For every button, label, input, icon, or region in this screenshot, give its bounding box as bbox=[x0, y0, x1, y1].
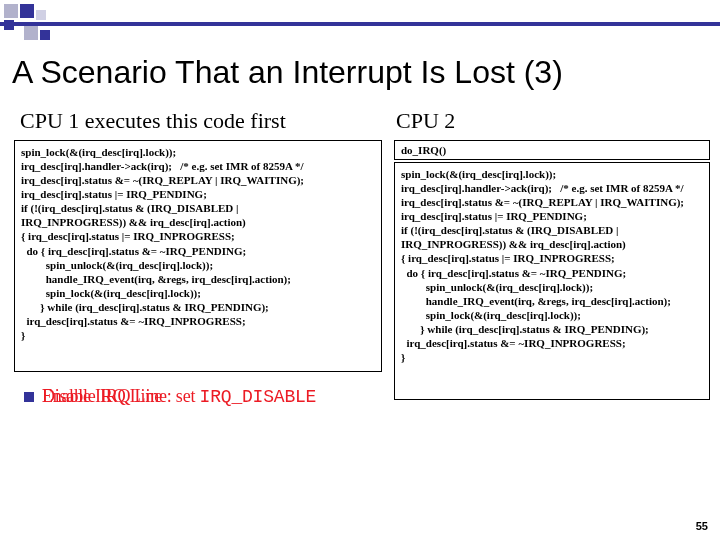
code-cpu1: spin_lock(&(irq_desc[irq].lock)); irq_de… bbox=[14, 140, 382, 372]
deco-square bbox=[24, 26, 38, 40]
bullet-icon bbox=[24, 392, 34, 402]
deco-square bbox=[4, 4, 18, 18]
bullet-disable: Disable IRQ Line: set IRQ_DISABLE bbox=[24, 386, 404, 407]
deco-square bbox=[40, 30, 50, 40]
bullet-disable-text: Disable IRQ Line: set IRQ_DISABLE bbox=[42, 386, 316, 407]
bullet-disable-code: IRQ_DISABLE bbox=[200, 387, 317, 407]
slide: A Scenario That an Interrupt Is Lost (3)… bbox=[0, 0, 720, 540]
code-cpu2-body: spin_lock(&(irq_desc[irq].lock)); irq_de… bbox=[394, 162, 710, 400]
code-cpu2-call: do_IRQ() bbox=[394, 140, 710, 160]
slide-title: A Scenario That an Interrupt Is Lost (3) bbox=[12, 54, 712, 91]
heading-cpu1: CPU 1 executes this code first bbox=[20, 108, 286, 134]
header-decoration bbox=[0, 0, 720, 46]
deco-square bbox=[4, 20, 14, 30]
bullet-disable-prefix: Disable IRQ Line: set bbox=[42, 386, 200, 406]
page-number: 55 bbox=[696, 520, 708, 532]
header-bar bbox=[0, 22, 720, 26]
deco-square bbox=[36, 10, 46, 20]
heading-cpu2: CPU 2 bbox=[396, 108, 455, 134]
deco-square bbox=[20, 4, 34, 18]
